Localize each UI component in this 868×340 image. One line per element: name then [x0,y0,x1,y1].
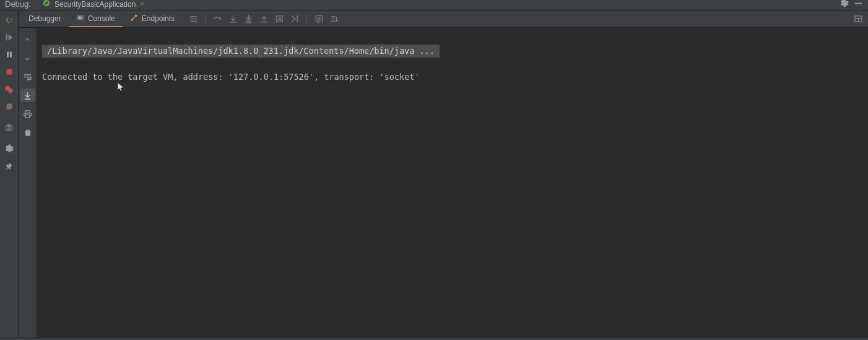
toolwindow-title: Debug: [5,0,31,9]
trace-current-stream-chain-icon[interactable] [329,14,339,24]
svg-rect-4 [10,52,12,58]
print-icon[interactable] [20,107,35,121]
stepping-toolbar [182,11,343,27]
drop-frame-icon[interactable] [274,14,284,24]
svg-point-7 [8,88,13,93]
scroll-to-end-icon[interactable] [20,89,35,102]
force-step-into-icon[interactable] [243,14,253,24]
endpoints-icon [130,14,138,24]
evaluate-expression-icon[interactable] [314,14,324,24]
svg-rect-22 [261,22,266,23]
gear-icon[interactable] [840,0,849,10]
step-out-icon[interactable] [259,14,269,24]
down-stack-icon[interactable] [20,51,35,65]
console-cmd-line: /Library/Java/JavaVirtualMachines/jdk1.8… [42,45,440,58]
layout-settings-icon[interactable] [853,14,863,24]
run-config-name: SecurityBasicApplication [54,0,136,9]
close-icon[interactable]: ✕ [139,0,145,8]
minimize-icon[interactable] [854,0,863,10]
run-to-cursor-icon[interactable] [290,14,300,24]
toolwindow-header: Debug: SecurityBasicApplication ✕ [0,0,868,11]
view-breakpoints-button[interactable] [4,84,15,95]
svg-rect-20 [230,22,235,23]
svg-rect-39 [25,115,30,118]
main-area: Debugger Console Endpoints [0,11,868,338]
clear-all-icon[interactable] [20,126,35,139]
console-output[interactable]: /Library/Java/JavaVirtualMachines/jdk1.8… [37,28,868,338]
toolwindow-footer [0,338,868,340]
svg-rect-2 [6,34,7,40]
step-into-icon[interactable] [228,14,238,24]
pin-tab-button[interactable] [4,160,15,172]
stop-button[interactable] [4,66,15,77]
svg-rect-5 [6,69,12,75]
tab-console[interactable]: Console [69,11,123,27]
tab-endpoints[interactable]: Endpoints [123,11,182,27]
debug-actions-sidebar [0,11,19,338]
svg-line-16 [132,16,135,19]
svg-rect-36 [25,98,30,100]
show-execution-point-icon[interactable] [188,14,198,24]
resume-program-button[interactable] [4,32,15,43]
tab-debugger-label: Debugger [28,14,61,23]
console-body: /Library/Java/JavaVirtualMachines/jdk1.8… [19,28,868,338]
svg-point-11 [8,126,11,129]
pause-program-button[interactable] [4,49,15,60]
step-over-icon[interactable] [212,14,222,24]
right-pane: Debugger Console Endpoints [19,11,868,338]
run-config-tab[interactable]: SecurityBasicApplication ✕ [37,0,150,8]
thread-dump-button[interactable] [4,122,15,133]
console-play-icon [76,14,84,24]
spring-icon [42,0,51,9]
console-text-line: Connected to the target VM, address: '12… [37,71,868,84]
svg-rect-3 [7,52,9,58]
tab-endpoints-label: Endpoints [142,14,175,23]
svg-rect-1 [855,2,862,4]
debug-settings-button[interactable] [4,143,15,154]
mute-breakpoints-button[interactable] [4,101,15,112]
tab-console-label: Console [88,14,115,23]
rerun-button[interactable] [4,14,15,25]
tab-debugger[interactable]: Debugger [21,11,69,27]
svg-rect-21 [245,22,251,23]
debug-tabs-bar: Debugger Console Endpoints [19,11,868,28]
up-stack-icon[interactable] [20,33,35,46]
console-side-toolbar [19,28,37,338]
soft-wrap-icon[interactable] [20,70,35,84]
